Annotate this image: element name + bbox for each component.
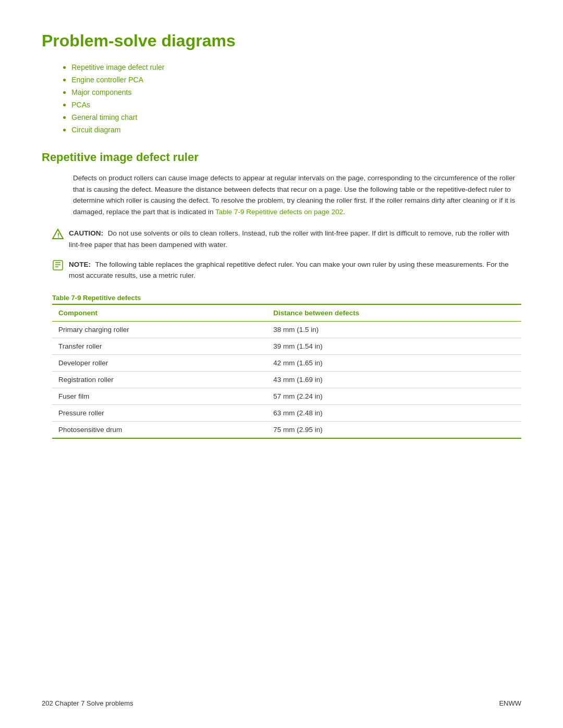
section-body: Defects on product rollers can cause ima…: [73, 172, 521, 217]
footer-left: 202 Chapter 7 Solve problems: [42, 699, 133, 707]
cell-distance: 57 mm (2.24 in): [267, 388, 521, 404]
section-title: Repetitive image defect ruler: [42, 151, 521, 164]
note-box: NOTE: The following table replaces the g…: [52, 259, 521, 281]
cell-component: Fuser film: [52, 388, 267, 404]
table-section: Table 7-9 Repetitive defects Component D…: [52, 294, 521, 439]
svg-rect-2: [53, 261, 63, 270]
note-text: The following table replaces the graphic…: [69, 261, 509, 280]
cell-component: Developer roller: [52, 354, 267, 371]
table-row: Developer roller42 mm (1.65 in): [52, 354, 521, 371]
toc-link-1[interactable]: Repetitive image defect ruler: [71, 63, 164, 71]
toc-link-4[interactable]: PCAs: [71, 101, 90, 109]
cell-component: Primary charging roller: [52, 321, 267, 338]
cell-component: Pressure roller: [52, 404, 267, 421]
col-header-component: Component: [52, 304, 267, 322]
toc-link-6[interactable]: Circuit diagram: [71, 126, 120, 134]
toc-item-6: Circuit diagram: [63, 126, 521, 134]
cell-distance: 38 mm (1.5 in): [267, 321, 521, 338]
table-row: Registration roller43 mm (1.69 in): [52, 371, 521, 388]
note-icon: [52, 260, 64, 271]
caution-label: CAUTION:: [69, 229, 103, 237]
toc-link-5[interactable]: General timing chart: [71, 113, 137, 121]
cell-component: Registration roller: [52, 371, 267, 388]
toc-item-3: Major components: [63, 88, 521, 96]
svg-text:!: !: [57, 232, 59, 239]
col-header-distance: Distance between defects: [267, 304, 521, 322]
page-title: Problem-solve diagrams: [42, 31, 521, 51]
cell-distance: 42 mm (1.65 in): [267, 354, 521, 371]
table-row: Primary charging roller38 mm (1.5 in): [52, 321, 521, 338]
section-paragraph: Defects on product rollers can cause ima…: [73, 172, 521, 217]
toc-list: Repetitive image defect ruler Engine con…: [63, 63, 521, 134]
cell-distance: 43 mm (1.69 in): [267, 371, 521, 388]
page-footer: 202 Chapter 7 Solve problems ENWW: [42, 699, 521, 707]
body-link[interactable]: Table 7-9 Repetitive defects on page 202: [215, 208, 343, 216]
toc-item-4: PCAs: [63, 101, 521, 109]
toc-item-2: Engine controller PCA: [63, 76, 521, 84]
cell-component: Photosensitive drum: [52, 421, 267, 438]
caution-content: CAUTION: Do not use solvents or oils to …: [69, 228, 521, 250]
note-content: NOTE: The following table replaces the g…: [69, 259, 521, 281]
table-header-row: Component Distance between defects: [52, 304, 521, 322]
toc-item-1: Repetitive image defect ruler: [63, 63, 521, 71]
cell-distance: 63 mm (2.48 in): [267, 404, 521, 421]
defects-table: Component Distance between defects Prima…: [52, 304, 521, 439]
cell-distance: 39 mm (1.54 in): [267, 338, 521, 354]
table-title: Table 7-9 Repetitive defects: [52, 294, 521, 302]
caution-box: ! CAUTION: Do not use solvents or oils t…: [52, 228, 521, 250]
table-row: Photosensitive drum75 mm (2.95 in): [52, 421, 521, 438]
cell-distance: 75 mm (2.95 in): [267, 421, 521, 438]
toc-item-5: General timing chart: [63, 113, 521, 121]
note-label: NOTE:: [69, 261, 91, 268]
toc-link-2[interactable]: Engine controller PCA: [71, 76, 143, 84]
table-row: Pressure roller63 mm (2.48 in): [52, 404, 521, 421]
footer-right: ENWW: [499, 699, 521, 707]
table-row: Transfer roller39 mm (1.54 in): [52, 338, 521, 354]
toc-link-3[interactable]: Major components: [71, 88, 131, 96]
cell-component: Transfer roller: [52, 338, 267, 354]
caution-icon: !: [52, 228, 64, 240]
caution-text: Do not use solvents or oils to clean rol…: [69, 229, 509, 249]
table-row: Fuser film57 mm (2.24 in): [52, 388, 521, 404]
